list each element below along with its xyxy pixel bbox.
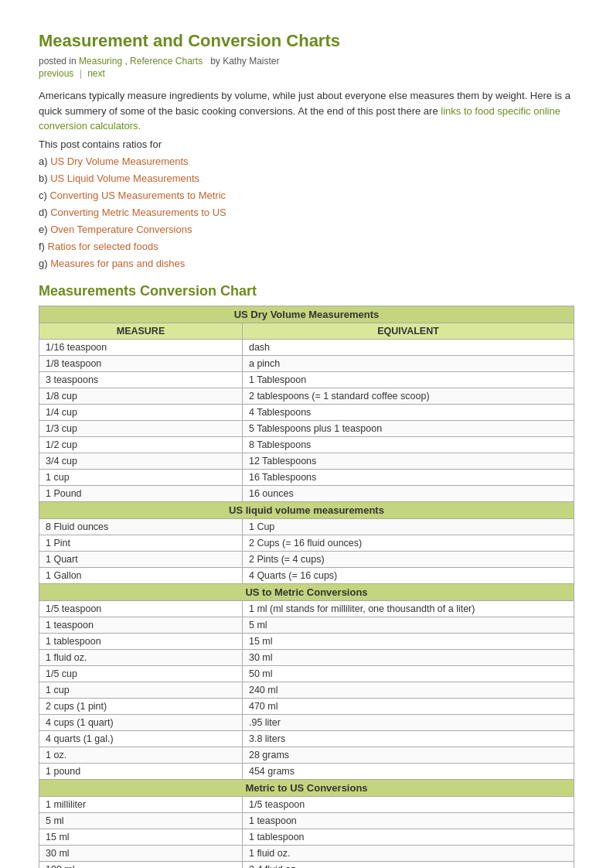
table-row: 15 ml1 tablespoon [39, 829, 574, 846]
toc-link-b[interactable]: US Liquid Volume Measurements [50, 173, 199, 184]
toc-item-f: f) Ratios for selected foods [39, 238, 574, 255]
nav-next[interactable]: next [87, 68, 105, 79]
table-row: 1/4 cup4 Tablespoons [39, 405, 574, 421]
table-section-header-dry: US Dry Volume Measurements [39, 306, 574, 323]
toc-letter: a) [39, 155, 50, 167]
conversion-table: US Dry Volume Measurements MEASURE EQUIV… [39, 306, 574, 868]
table-row: 1/5 cup50 ml [39, 666, 574, 682]
toc-item-d: d) Converting Metric Measurements to US [39, 204, 574, 221]
toc-link-c[interactable]: Converting US Measurements to Metric [49, 190, 226, 201]
table-row: 1/8 teaspoona pinch [39, 356, 574, 372]
toc-letter: g) [39, 258, 50, 269]
toc-letter: d) [39, 207, 50, 218]
table-row: 1 milliliter1/5 teaspoon [39, 797, 574, 813]
nav-links: previous | next [39, 68, 574, 79]
table-row: 4 quarts (1 gal.)3.8 liters [39, 731, 574, 747]
intro-paragraph: Americans typically measure ingredients … [39, 88, 574, 134]
toc-item-g: g) Measures for pans and dishes [39, 255, 574, 272]
table-row: 1 Gallon4 Quarts (= 16 cups) [39, 568, 574, 584]
toc-letter: f) [39, 241, 48, 252]
col-equivalent-header: EQUIVALENT [242, 323, 574, 340]
toc-item-c: c) Converting US Measurements to Metric [39, 187, 574, 204]
table-row: 30 ml1 fluid oz. [39, 846, 574, 862]
table-row: 4 cups (1 quart).95 liter [39, 715, 574, 731]
table-row: 1/3 cup5 Tablespoons plus 1 teaspoon [39, 421, 574, 437]
meta-info: posted in Measuring , Reference Charts b… [39, 56, 574, 67]
nav-separator: | [80, 68, 82, 79]
meta-posted: posted in [39, 56, 77, 67]
table-row: 2 cups (1 pint)470 ml [39, 699, 574, 715]
toc-link-f[interactable]: Ratios for selected foods [48, 241, 158, 252]
toc-letter: c) [39, 190, 49, 201]
table-row: 1 tablespoon15 ml [39, 634, 574, 650]
table-row: 1/5 teaspoon1 ml (ml stands for millilit… [39, 601, 574, 617]
table-row: 1 Pint2 Cups (= 16 fluid ounces) [39, 535, 574, 552]
liquid-header-label: US liquid volume measurements [39, 502, 574, 519]
nav-previous[interactable]: previous [39, 68, 73, 79]
table-row: 3 teaspoons1 Tablespoon [39, 372, 574, 388]
toc-item-e: e) Oven Temperature Conversions [39, 221, 574, 238]
page-title: Measurement and Conversion Charts [39, 31, 574, 51]
toc-letter: b) [39, 173, 50, 184]
toc-item-b: b) US Liquid Volume Measurements [39, 170, 574, 187]
table-row: 1/2 cup8 Tablespoons [39, 437, 574, 453]
table-row: 1/8 cup2 tablespoons (= 1 standard coffe… [39, 388, 574, 405]
table-section-header-metric-us: Metric to US Conversions [39, 780, 574, 797]
section-heading: Measurements Conversion Chart [39, 283, 574, 299]
table-row: 3/4 cup12 Tablespoons [39, 453, 574, 470]
toc-link-a[interactable]: US Dry Volume Measurements [50, 155, 188, 167]
toc-list: a) US Dry Volume Measurements b) US Liqu… [39, 153, 574, 273]
category-reference-charts[interactable]: Reference Charts [130, 56, 203, 67]
table-row: 1 pound454 grams [39, 764, 574, 780]
col-header-row: MEASURE EQUIVALENT [39, 323, 574, 340]
table-row: 5 ml1 teaspoon [39, 813, 574, 829]
table-row: 8 Fluid ounces1 Cup [39, 519, 574, 535]
toc-link-e[interactable]: Oven Temperature Conversions [50, 224, 192, 235]
table-row: 1 oz.28 grams [39, 747, 574, 764]
table-row: 1/16 teaspoondash [39, 340, 574, 356]
table-row: 1 cup16 Tablespoons [39, 470, 574, 486]
dry-header-label: US Dry Volume Measurements [39, 306, 574, 323]
table-row: 1 Pound16 ounces [39, 486, 574, 502]
metric-us-header-label: Metric to US Conversions [39, 780, 574, 797]
table-row: 100 ml3.4 fluid oz. [39, 862, 574, 868]
meta-by: by Kathy Maister [210, 56, 279, 67]
us-metric-header-label: US to Metric Conversions [39, 584, 574, 601]
toc-item-a: a) US Dry Volume Measurements [39, 153, 574, 170]
table-row: 1 teaspoon5 ml [39, 617, 574, 634]
toc-letter: e) [39, 224, 50, 235]
table-section-header-us-metric: US to Metric Conversions [39, 584, 574, 601]
toc-link-g[interactable]: Measures for pans and dishes [50, 258, 185, 269]
col-measure-header: MEASURE [39, 323, 243, 340]
toc-link-d[interactable]: Converting Metric Measurements to US [50, 207, 226, 218]
table-row: 1 Quart2 Pints (= 4 cups) [39, 552, 574, 568]
table-row: 1 cup240 ml [39, 682, 574, 699]
contains-label: This post contains ratios for [39, 138, 574, 150]
table-row: 1 fluid oz.30 ml [39, 650, 574, 666]
table-section-header-liquid: US liquid volume measurements [39, 502, 574, 519]
category-measuring[interactable]: Measuring [79, 56, 122, 67]
